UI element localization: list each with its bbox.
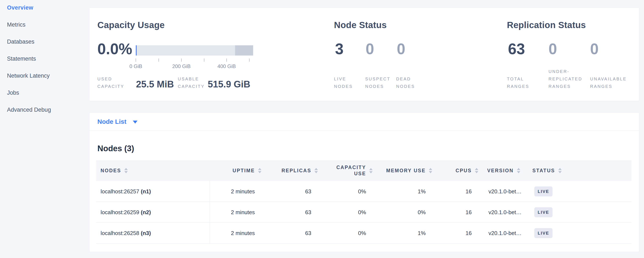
live-nodes-count: 3	[335, 41, 344, 57]
uptime-cell: 2 minutes	[231, 230, 255, 236]
sidebar-item-label: Statements	[7, 56, 36, 62]
overview-page: Overview Metrics Databases Statements Ne…	[0, 0, 644, 258]
replicas-cell: 63	[305, 188, 311, 195]
node-list-dropdown[interactable]: Node List	[89, 112, 639, 131]
sort-icon	[474, 168, 479, 173]
uptime-cell: 2 minutes	[231, 209, 255, 215]
column-header-nodes[interactable]: NODES	[100, 168, 128, 174]
memory-use-cell: 1%	[418, 188, 426, 195]
gauge-tick	[226, 59, 227, 62]
sort-icon	[516, 168, 521, 173]
sidebar-nav: Overview Metrics Databases Statements Ne…	[7, 5, 84, 124]
column-header-replicas[interactable]: REPLICAS	[282, 168, 318, 174]
node-list-card: Node List Nodes (3) NODES UPTIME REPLICA…	[89, 112, 639, 252]
gauge-tick	[181, 59, 182, 62]
sidebar-item-jobs[interactable]: Jobs	[7, 90, 84, 96]
sort-icon	[428, 168, 433, 173]
status-cell: LIVE	[534, 228, 552, 238]
sort-icon	[258, 168, 262, 173]
unavailable-ranges-count: 0	[590, 41, 598, 57]
under-replicated-ranges-count: 0	[548, 41, 557, 57]
gauge-tick	[136, 59, 136, 62]
replicas-cell: 63	[305, 209, 311, 215]
replicas-cell: 63	[305, 230, 311, 236]
memory-use-cell: 0%	[418, 209, 426, 215]
status-cell: LIVE	[534, 207, 552, 217]
dead-nodes-count: 0	[397, 41, 405, 57]
sidebar-item-label: Metrics	[7, 22, 26, 28]
gauge-tick	[158, 59, 159, 62]
node-address-link[interactable]: localhost:26259 (n2)	[100, 209, 151, 215]
column-header-cpus[interactable]: CPUS	[456, 168, 479, 174]
replication-status-title: Replication Status	[507, 20, 586, 30]
used-capacity-value: 25.5 MiB	[136, 79, 174, 89]
chevron-down-icon	[133, 120, 138, 123]
table-row[interactable]: localhost:26259 (n2) 2 minutes 63 0% 0% …	[96, 202, 632, 223]
status-cell: LIVE	[534, 186, 552, 196]
capacity-use-cell: 0%	[358, 209, 366, 215]
column-header-uptime[interactable]: UPTIME	[232, 168, 262, 174]
gauge-axis-label: 0 GiB	[130, 63, 142, 69]
uptime-cell: 2 minutes	[231, 188, 255, 195]
node-address-link[interactable]: localhost:26258 (n3)	[100, 230, 151, 236]
node-list-dropdown-label: Node List	[98, 118, 126, 125]
total-ranges-label: TOTAL RANGES	[507, 75, 529, 90]
node-address-link[interactable]: localhost:26257 (n1)	[100, 188, 151, 195]
sidebar-item-statements[interactable]: Statements	[7, 56, 84, 62]
nodes-table-title: Nodes (3)	[98, 144, 134, 153]
sidebar-item-label: Databases	[7, 39, 34, 45]
gauge-axis-label: 400 GiB	[218, 63, 236, 69]
sidebar-item-label: Jobs	[7, 89, 19, 96]
cpus-cell: 16	[466, 230, 472, 236]
capacity-use-cell: 0%	[358, 230, 366, 236]
version-cell: v20.1.0-bet…	[488, 230, 522, 236]
status-badge: LIVE	[534, 186, 552, 196]
dead-nodes-label: DEAD NODES	[396, 75, 415, 90]
nodes-table-header: NODES UPTIME REPLICAS CAPACITY USE	[96, 160, 632, 181]
column-header-memory-use[interactable]: MEMORY USE	[386, 168, 433, 174]
sidebar-item-label: Overview	[7, 5, 33, 11]
gauge-tick	[249, 59, 250, 62]
gauge-axis-label: 200 GiB	[172, 63, 191, 69]
sidebar-item-network-latency[interactable]: Network Latency	[7, 73, 84, 79]
sort-icon	[558, 168, 562, 173]
sidebar-item-advanced-debug[interactable]: Advanced Debug	[7, 107, 84, 113]
sort-icon	[314, 168, 318, 173]
sidebar-item-databases[interactable]: Databases	[7, 39, 84, 45]
table-row[interactable]: localhost:26257 (n1) 2 minutes 63 0% 1% …	[96, 181, 632, 202]
suspect-nodes-label: SUSPECT NODES	[365, 75, 390, 90]
capacity-gauge	[136, 45, 253, 56]
sidebar-item-label: Advanced Debug	[7, 106, 51, 113]
gauge-tick	[204, 59, 204, 62]
status-badge: LIVE	[534, 207, 552, 217]
column-header-version[interactable]: VERSION	[487, 168, 521, 174]
sort-icon	[368, 168, 373, 173]
capacity-use-cell: 0%	[358, 188, 366, 195]
sidebar-item-metrics[interactable]: Metrics	[7, 22, 84, 28]
used-capacity-label: USED CAPACITY	[98, 75, 124, 90]
node-status-title: Node Status	[334, 20, 386, 30]
capacity-gauge-used-marker	[136, 45, 137, 56]
under-replicated-ranges-label: UNDER- REPLICATED RANGES	[548, 68, 582, 90]
total-ranges-count: 63	[508, 41, 525, 57]
status-badge: LIVE	[534, 228, 552, 238]
cpus-cell: 16	[466, 188, 472, 195]
usable-capacity-label: USABLE CAPACITY	[178, 75, 205, 90]
capacity-gauge-reserved-segment	[235, 45, 253, 56]
table-row[interactable]: localhost:26258 (n3) 2 minutes 63 0% 1% …	[96, 223, 632, 243]
sidebar-item-overview[interactable]: Overview	[7, 5, 84, 11]
sort-icon	[124, 168, 128, 173]
live-nodes-label: LIVE NODES	[334, 75, 353, 90]
usable-capacity-value: 515.9 GiB	[208, 79, 250, 89]
version-cell: v20.1.0-bet…	[488, 188, 522, 195]
column-header-status[interactable]: STATUS	[532, 168, 562, 174]
sidebar-item-label: Network Latency	[7, 73, 50, 79]
column-header-capacity-use[interactable]: CAPACITY USE	[336, 164, 373, 177]
version-cell: v20.1.0-bet…	[488, 209, 522, 215]
capacity-used-percent: 0.0%	[98, 41, 132, 57]
memory-use-cell: 1%	[418, 230, 426, 236]
capacity-usage-title: Capacity Usage	[98, 20, 165, 30]
unavailable-ranges-label: UNAVAILABLE RANGES	[590, 75, 626, 90]
suspect-nodes-count: 0	[366, 41, 374, 57]
cpus-cell: 16	[466, 209, 472, 215]
